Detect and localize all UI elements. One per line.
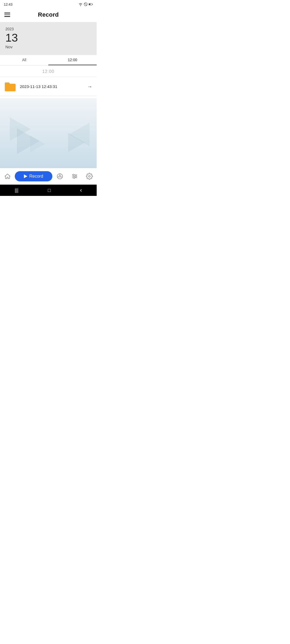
steering-icon: [56, 173, 63, 180]
svg-marker-8: [68, 133, 85, 152]
svg-line-1: [85, 3, 87, 5]
android-back-button[interactable]: ‹: [80, 187, 82, 194]
folder-icon: [4, 81, 16, 92]
nav-controls-button[interactable]: [67, 173, 82, 180]
nav-settings-button[interactable]: [82, 173, 97, 180]
svg-rect-4: [89, 4, 90, 5]
hamburger-menu-button[interactable]: [4, 13, 10, 17]
svg-marker-9: [30, 135, 45, 152]
bottom-nav: Record: [0, 168, 97, 185]
header: Record: [0, 8, 97, 22]
svg-point-11: [59, 175, 61, 177]
android-home-button[interactable]: □: [48, 188, 51, 193]
nav-record-label: Record: [29, 174, 43, 179]
play-icon: [24, 174, 27, 178]
date-day: 13: [5, 32, 91, 44]
page-title: Record: [38, 11, 59, 18]
date-section: 2023 13 Nov: [0, 22, 97, 55]
battery-icon: [89, 3, 93, 6]
wifi-icon: [78, 3, 83, 6]
svg-rect-3: [92, 4, 93, 5]
svg-point-21: [88, 175, 90, 177]
controls-icon: [71, 173, 78, 180]
tab-time[interactable]: 12:00: [48, 55, 97, 65]
status-time: 12:43: [4, 2, 13, 6]
arrow-right-icon[interactable]: →: [87, 83, 92, 90]
svg-point-19: [75, 175, 76, 177]
time-separator: 12:00: [0, 65, 97, 77]
nav-steering-button[interactable]: [52, 173, 67, 180]
status-bar: 12:43: [0, 0, 97, 8]
svg-point-20: [73, 177, 75, 178]
no-icon: [84, 2, 88, 6]
svg-line-14: [61, 177, 62, 177]
android-menu-button[interactable]: |||: [15, 188, 19, 193]
record-item[interactable]: 2023-11-13 12:43:31 →: [0, 77, 97, 96]
home-icon: [4, 173, 11, 180]
status-icons: [78, 2, 93, 6]
divider-bottom: [0, 96, 97, 96]
tab-all[interactable]: All: [0, 55, 48, 65]
date-year: 2023: [5, 27, 91, 31]
bg-triangle-5: [27, 133, 48, 155]
tabs-container: All 12:00: [0, 55, 97, 65]
svg-line-13: [57, 177, 59, 177]
nav-home-button[interactable]: [0, 173, 15, 180]
settings-icon: [86, 173, 93, 180]
date-month: Nov: [5, 45, 91, 49]
nav-record-button[interactable]: Record: [15, 171, 52, 181]
svg-point-18: [73, 174, 74, 175]
bg-triangle-4: [64, 130, 89, 155]
record-filename: 2023-11-13 12:43:31: [20, 84, 87, 89]
android-nav-bar: ||| □ ‹: [0, 185, 97, 196]
background-decoration: [0, 98, 97, 168]
